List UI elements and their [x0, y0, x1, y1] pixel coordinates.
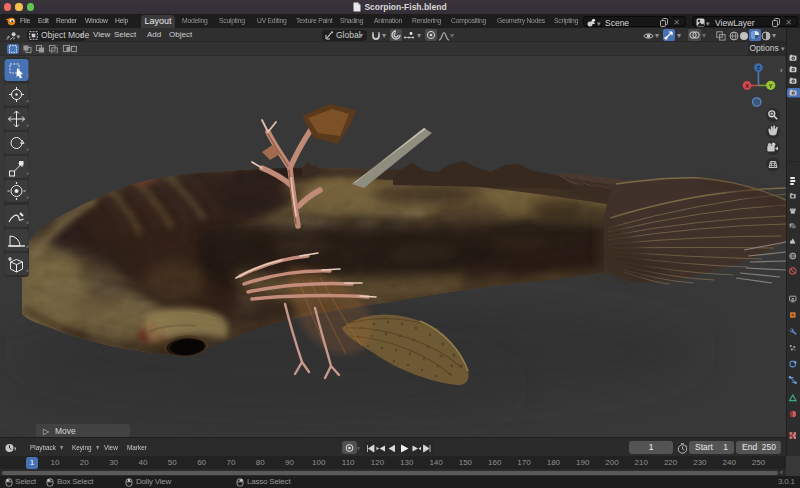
svg-text:▾: ▾ [17, 33, 21, 40]
svg-text:X: X [745, 83, 749, 89]
svg-text:Move: Move [55, 426, 76, 436]
svg-text:▷: ▷ [43, 427, 50, 436]
svg-text:‹: ‹ [780, 66, 783, 75]
svg-text:Y: Y [769, 83, 773, 89]
svg-text:▾: ▾ [14, 445, 16, 452]
